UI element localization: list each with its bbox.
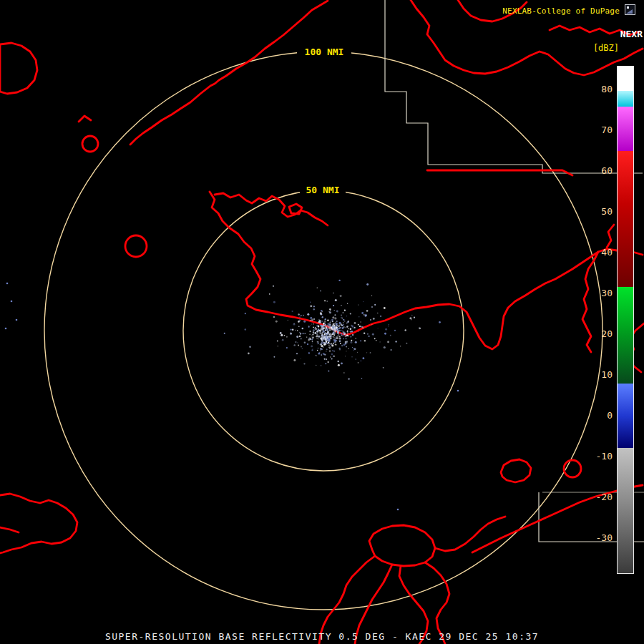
tick-n10: -10 <box>585 451 613 462</box>
colorbar-units: [dBZ] <box>593 43 619 53</box>
tick-70: 70 <box>585 125 613 136</box>
inner-ring-label: 50 NMI <box>306 185 340 195</box>
outer-ring-label: 100 NMI <box>305 47 344 57</box>
radar-display: 100 NMI 50 NMI NEXLAB-College of DuPage … <box>0 0 644 644</box>
tick-40: 40 <box>585 247 613 258</box>
reflectivity-colorbar <box>617 66 634 574</box>
tick-80: 80 <box>585 84 613 95</box>
tick-20: 20 <box>585 328 613 340</box>
tick-n20: -20 <box>585 492 613 503</box>
colorbar-title: NEXR <box>620 29 643 39</box>
icon-dot <box>627 6 629 9</box>
tick-30: 30 <box>585 288 613 299</box>
broken-image-icon <box>625 4 635 15</box>
icon-slope <box>626 9 633 14</box>
status-bar: SUPER-RESOLUTION BASE REFLECTIVITY 0.5 D… <box>0 631 644 642</box>
echo-layer <box>5 280 459 511</box>
tick-0: 0 <box>585 410 613 421</box>
tick-n30: -30 <box>585 532 613 544</box>
nexlab-brand-text: NEXLAB-College of DuPage <box>502 6 620 16</box>
ring-labels: 100 NMI 50 NMI <box>297 46 351 195</box>
tick-10: 10 <box>585 369 613 381</box>
radar-map: 100 NMI 50 NMI <box>0 0 644 644</box>
tick-60: 60 <box>585 165 613 177</box>
tick-50: 50 <box>585 206 613 218</box>
